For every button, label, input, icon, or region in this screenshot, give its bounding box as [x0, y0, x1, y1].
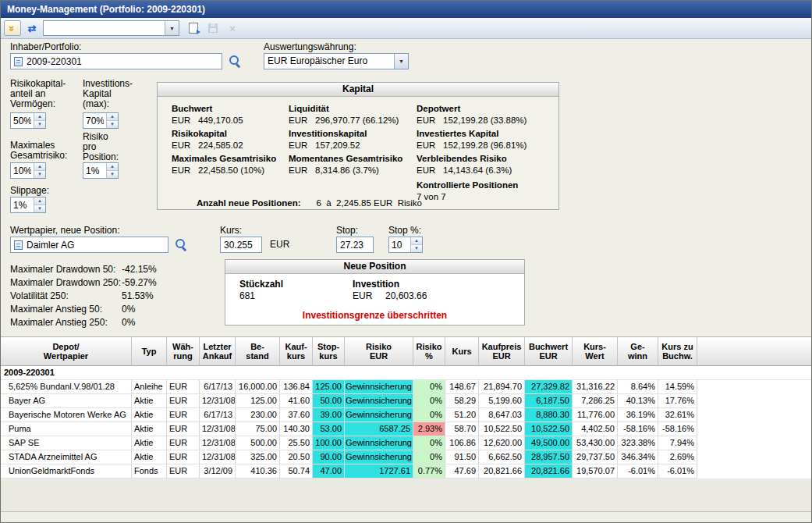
refresh-button[interactable]: ⇄ [23, 20, 41, 36]
security-input[interactable] [25, 240, 166, 251]
currency-dropdown-arrow-icon[interactable]: ▼ [394, 54, 408, 69]
spin-buttons: ▲▼ [410, 237, 422, 252]
cell-letzter-ankauf: 3/12/09 [200, 464, 236, 479]
column-header[interactable]: Ge- winn [618, 337, 658, 366]
table-row[interactable]: Bayer AG Aktie EUR 12/31/08 125.00 41.60… [1, 394, 811, 408]
row-filler [697, 380, 811, 394]
cell-bestand: 125.00 [236, 394, 280, 408]
spin-down-icon[interactable]: ▼ [107, 171, 118, 178]
column-header[interactable]: Risiko EUR [345, 337, 413, 366]
cell-buchwert: 27,329.82 [525, 380, 573, 394]
kapital-item-currency: EUR [172, 140, 198, 151]
spin-buttons: ▲▼ [34, 163, 45, 178]
cell-waehrung: EUR [167, 422, 200, 436]
row-filler [697, 450, 811, 464]
investitionskapital-input[interactable] [83, 113, 106, 128]
column-header[interactable]: Buchwert EUR [525, 337, 573, 366]
kapital-kontrollierte: Kontrollierte Positionen 7 von 7 [417, 180, 558, 217]
stat-row: Maximaler Drawdown 250:-59.27% [10, 276, 157, 290]
column-header[interactable]: Wäh- rung [167, 337, 200, 366]
spin-up-icon[interactable]: ▲ [107, 113, 118, 121]
spin-up-icon[interactable]: ▲ [34, 113, 45, 121]
stop-input[interactable] [339, 240, 371, 251]
save-button[interactable] [204, 20, 222, 36]
table-row[interactable]: Bayerische Motoren Werke AG Aktie EUR 6/… [1, 408, 811, 422]
table-group-row[interactable]: 2009-220301 [1, 366, 811, 380]
panel-toggle-button[interactable]: » [4, 20, 21, 36]
column-header[interactable]: Kurs- Wert [573, 337, 618, 366]
column-header[interactable]: Kauf- kurs [280, 337, 313, 366]
kapital-item-currency: EUR [289, 115, 315, 126]
kapital-item: Maximales Gesamtrisiko EUR22,458.50 (10%… [172, 153, 289, 178]
toolbar-dropdown-arrow-icon[interactable]: ▼ [165, 21, 179, 35]
risikokapital-input[interactable] [11, 113, 34, 128]
cell-waehrung: EUR [167, 450, 200, 464]
table-row[interactable]: UnionGeldmarktFonds Fonds EUR 3/12/09 41… [1, 464, 811, 479]
column-header[interactable]: Typ [132, 337, 167, 366]
risiko-pro-position-input[interactable] [83, 163, 106, 178]
spin-up-icon[interactable]: ▲ [34, 197, 45, 205]
kapital-item-label: Risikokapital [172, 128, 289, 140]
cell-bestand: 500.00 [236, 436, 280, 450]
spin-up-icon[interactable]: ▲ [411, 237, 422, 245]
kapital-item-value-line: EUR449,170.05 [172, 115, 289, 126]
column-header[interactable]: Stop- kurs [313, 337, 345, 366]
stueckzahl-block: Stückzahl 681 [239, 279, 283, 302]
cell-kurs: 148.67 [445, 380, 479, 394]
delete-button[interactable]: × [224, 20, 241, 36]
column-header[interactable]: Letzter Ankauf [200, 337, 236, 366]
toolbar-combobox[interactable]: ▼ [43, 20, 179, 36]
table-row[interactable]: SAP SE Aktie EUR 12/31/08 500.00 25.50 1… [1, 436, 811, 450]
title-bar: Money-Management (Portfolio: 2009-220301… [1, 1, 811, 18]
stats-list: Maximaler Drawdown 50:-42.15% Maximaler … [10, 263, 157, 329]
spin-down-icon[interactable]: ▼ [107, 121, 118, 128]
stat-value: -59.27% [122, 277, 157, 288]
kapital-item-value: 157,209.52 [315, 141, 360, 150]
table-row[interactable]: STADA Arzneimittel AG Aktie EUR 12/31/08… [1, 450, 811, 464]
investition-value: 20,603.66 [385, 290, 427, 301]
slippage-input[interactable] [11, 197, 34, 212]
spin-down-icon[interactable]: ▼ [411, 245, 422, 252]
column-header[interactable]: Risiko % [413, 337, 445, 366]
portfolio-search-button[interactable] [226, 52, 243, 69]
cell-typ: Fonds [132, 464, 167, 479]
spin-down-icon[interactable]: ▼ [34, 205, 45, 212]
table-row[interactable]: 5,625% Bundanl.V.98/01.28 Anleihe EUR 6/… [1, 380, 811, 394]
column-header[interactable]: Be- stand [236, 337, 280, 366]
kapital-item-label: Buchwert [172, 103, 289, 115]
row-filler [697, 422, 811, 436]
cell-kurs-zu-buchwert: -6.01% [658, 464, 697, 479]
cell-stopkurs: 100.00 [313, 436, 345, 450]
kapital-item: Buchwert EUR449,170.05 [172, 103, 289, 128]
cell-risiko-pct: 0% [413, 380, 445, 394]
gesamtrisiko-input[interactable] [11, 163, 34, 178]
export-button[interactable] [185, 20, 202, 36]
cell-kurs-zu-buchwert: 7.94% [658, 436, 697, 450]
cell-wertpapier: STADA Arzneimittel AG [1, 450, 132, 464]
spin-down-icon[interactable]: ▼ [34, 171, 45, 178]
kurs-input[interactable] [222, 240, 260, 251]
column-header[interactable]: Kurs zu Buchw. [658, 337, 697, 366]
search-icon [174, 237, 188, 251]
kapital-item-label: Depotwert [417, 103, 558, 115]
kapital-item-label: Maximales Gesamtrisiko [172, 153, 289, 165]
spin-up-icon[interactable]: ▲ [107, 163, 118, 171]
table-row[interactable]: Puma Aktie EUR 12/31/08 75.00 140.30 53.… [1, 422, 811, 436]
spin-up-icon[interactable]: ▲ [34, 163, 45, 171]
cell-kurs: 51.20 [445, 408, 479, 422]
spin-down-icon[interactable]: ▼ [34, 121, 45, 128]
column-header[interactable]: Kurs [445, 337, 479, 366]
column-header[interactable]: Depot/ Wertpapier [1, 337, 132, 366]
portfolio-input[interactable] [25, 56, 220, 67]
stop-field [336, 237, 374, 253]
stop-pct-input[interactable] [389, 237, 410, 252]
cell-kurswert: 31,316.22 [573, 380, 618, 394]
cell-risiko-pct: 0% [413, 450, 445, 464]
currency-combobox[interactable]: EUR Europäischer Euro ▼ [264, 53, 409, 69]
investitionskapital-label: Investitions- Kapital (max): [83, 79, 133, 109]
security-search-button[interactable] [172, 236, 190, 253]
cell-risiko-eur: Gewinnsicherung [345, 380, 413, 394]
cell-kurs-zu-buchwert: 2.69% [658, 450, 697, 464]
stop-pct-label: Stop %: [388, 226, 421, 236]
column-header[interactable]: Kaufpreis EUR [479, 337, 525, 366]
